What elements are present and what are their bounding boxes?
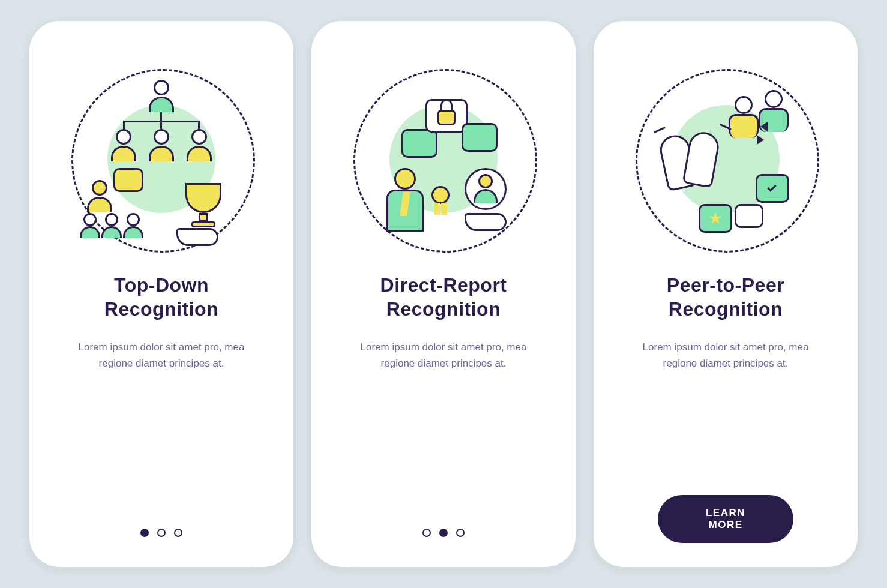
title-line2: Recognition	[669, 298, 783, 320]
screen-body: Lorem ipsum dolor sit amet pro, mea regi…	[65, 339, 257, 371]
pager-dot-1[interactable]	[422, 529, 431, 537]
direct-report-recognition-icon	[347, 63, 540, 255]
title-line1: Peer-to-Peer	[667, 274, 784, 296]
pager-dot-2[interactable]	[439, 529, 448, 537]
screen-title: Peer-to-Peer Recognition	[667, 273, 784, 321]
pager-dot-3[interactable]	[456, 529, 465, 537]
screen-title: Direct-Report Recognition	[380, 273, 507, 321]
top-down-recognition-icon	[65, 63, 257, 255]
pager-dot-3[interactable]	[174, 529, 182, 537]
onboarding-screens-row: Top-Down Recognition Lorem ipsum dolor s…	[29, 21, 858, 567]
title-line1: Top-Down	[114, 274, 209, 296]
title-line1: Direct-Report	[380, 274, 507, 296]
pager-1	[140, 529, 182, 537]
pager-dot-1[interactable]	[140, 529, 149, 537]
title-line2: Recognition	[386, 298, 501, 320]
screen-body: Lorem ipsum dolor sit amet pro, mea regi…	[630, 339, 822, 371]
screen-title: Top-Down Recognition	[104, 273, 218, 321]
pager-2	[422, 529, 465, 537]
onboarding-screen-1: Top-Down Recognition Lorem ipsum dolor s…	[29, 21, 293, 567]
learn-more-button[interactable]: LEARN MORE	[658, 495, 793, 543]
screen-body: Lorem ipsum dolor sit amet pro, mea regi…	[347, 339, 540, 371]
peer-to-peer-recognition-icon	[630, 63, 822, 255]
title-line2: Recognition	[104, 298, 218, 320]
pager-dot-2[interactable]	[157, 529, 166, 537]
onboarding-screen-3: Peer-to-Peer Recognition Lorem ipsum dol…	[594, 21, 858, 567]
onboarding-screen-2: Direct-Report Recognition Lorem ipsum do…	[311, 21, 576, 567]
